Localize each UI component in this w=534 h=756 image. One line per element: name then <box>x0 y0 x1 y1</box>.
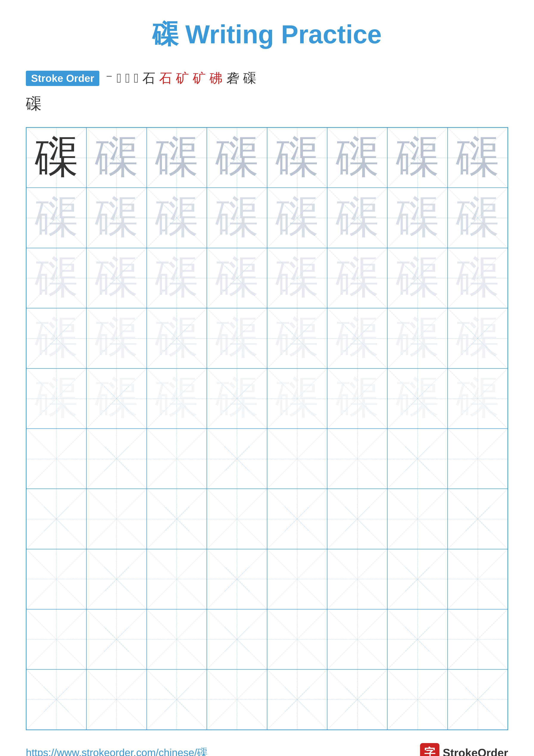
char-display: 磲 <box>35 256 78 300</box>
char-display: 磲 <box>275 196 318 239</box>
grid-cell-4-3: 磲 <box>147 308 207 368</box>
grid-cell-4-8: 磲 <box>447 308 508 368</box>
stroke-seq-5: 石 <box>142 69 155 87</box>
char-display: 磲 <box>95 136 138 179</box>
grid-cell-1-1: 磲 <box>26 127 87 188</box>
char-display: 磲 <box>396 377 439 420</box>
grid-cell-5-3: 磲 <box>147 368 207 429</box>
grid-row-5: 磲 磲 磲 磲 磲 磲 磲 <box>26 368 508 429</box>
char-display: 磲 <box>396 317 439 360</box>
stroke-final-char: 磲 <box>26 94 41 114</box>
grid-cell-3-3: 磲 <box>147 248 207 308</box>
grid-cell-5-6: 磲 <box>327 368 387 429</box>
grid-cell-7-2 <box>87 489 146 549</box>
stroke-seq-8: 矿 <box>193 69 206 87</box>
grid-row-6 <box>26 429 508 489</box>
footer: https://www.strokeorder.com/chinese/磲 字 … <box>26 730 508 756</box>
char-display: 磲 <box>275 256 318 300</box>
char-display: 磲 <box>336 256 379 300</box>
stroke-order-row: Stroke Order ⁻ 𠃊 𠃊 𠂊 石 石 矿 矿 砩 砻 磲 <box>26 69 508 87</box>
grid-cell-3-4: 磲 <box>207 248 267 308</box>
grid-cell-3-1: 磲 <box>26 248 87 308</box>
char-display: 磲 <box>155 317 198 360</box>
grid-row-2: 磲 磲 磲 磲 磲 磲 磲 <box>26 188 508 248</box>
grid-cell-8-3 <box>147 549 207 609</box>
grid-cell-6-5 <box>267 429 327 489</box>
grid-cell-1-2: 磲 <box>87 127 146 188</box>
grid-cell-3-8: 磲 <box>447 248 508 308</box>
grid-cell-6-4 <box>207 429 267 489</box>
stroke-seq-9: 砩 <box>210 69 222 87</box>
char-display: 磲 <box>35 136 78 179</box>
grid-cell-8-6 <box>327 549 387 609</box>
char-display: 磲 <box>336 377 379 420</box>
char-display: 磲 <box>456 377 499 420</box>
char-display: 磲 <box>95 317 138 360</box>
char-display: 磲 <box>155 196 198 239</box>
title-chinese-char: 磲 <box>152 20 178 49</box>
char-display: 磲 <box>396 136 439 179</box>
grid-cell-7-1 <box>26 489 87 549</box>
grid-cell-6-6 <box>327 429 387 489</box>
grid-cell-6-1 <box>26 429 87 489</box>
char-display: 磲 <box>155 256 198 300</box>
char-display: 磲 <box>216 196 259 239</box>
grid-cell-10-5 <box>267 669 327 729</box>
grid-cell-10-4 <box>207 669 267 729</box>
grid-cell-1-5: 磲 <box>267 127 327 188</box>
char-display: 磲 <box>216 256 259 300</box>
char-display: 磲 <box>95 196 138 239</box>
grid-cell-8-8 <box>447 549 508 609</box>
grid-cell-7-6 <box>327 489 387 549</box>
grid-cell-9-5 <box>267 609 327 669</box>
char-display: 磲 <box>456 317 499 360</box>
grid-cell-10-2 <box>87 669 146 729</box>
char-display: 磲 <box>155 377 198 420</box>
grid-cell-7-8 <box>447 489 508 549</box>
grid-cell-1-6: 磲 <box>327 127 387 188</box>
footer-url: https://www.strokeorder.com/chinese/磲 <box>26 746 207 756</box>
stroke-seq-3: 𠃊 <box>125 71 130 86</box>
grid-cell-9-1 <box>26 609 87 669</box>
grid-cell-4-7: 磲 <box>387 308 447 368</box>
grid-cell-1-3: 磲 <box>147 127 207 188</box>
grid-row-10 <box>26 669 508 729</box>
grid-row-3: 磲 磲 磲 磲 磲 磲 磲 <box>26 248 508 308</box>
grid-cell-9-7 <box>387 609 447 669</box>
grid-cell-4-1: 磲 <box>26 308 87 368</box>
stroke-order-badge: Stroke Order <box>26 71 99 86</box>
grid-row-8 <box>26 549 508 609</box>
grid-cell-4-6: 磲 <box>327 308 387 368</box>
brand-char: 字 <box>424 745 435 756</box>
char-display: 磲 <box>456 196 499 239</box>
stroke-sequence: ⁻ 𠃊 𠃊 𠂊 石 石 矿 矿 砩 砻 磲 <box>106 69 256 87</box>
grid-cell-3-7: 磲 <box>387 248 447 308</box>
grid-cell-1-4: 磲 <box>207 127 267 188</box>
char-display: 磲 <box>216 136 259 179</box>
char-display: 磲 <box>35 317 78 360</box>
char-display: 磲 <box>216 377 259 420</box>
grid-cell-2-7: 磲 <box>387 188 447 248</box>
grid-cell-6-7 <box>387 429 447 489</box>
grid-cell-7-7 <box>387 489 447 549</box>
grid-cell-2-3: 磲 <box>147 188 207 248</box>
char-display: 磲 <box>275 317 318 360</box>
grid-cell-1-7: 磲 <box>387 127 447 188</box>
grid-cell-3-2: 磲 <box>87 248 146 308</box>
grid-cell-9-8 <box>447 609 508 669</box>
char-display: 磲 <box>95 377 138 420</box>
char-display: 磲 <box>336 196 379 239</box>
grid-cell-10-3 <box>147 669 207 729</box>
char-display: 磲 <box>35 377 78 420</box>
grid-cell-5-4: 磲 <box>207 368 267 429</box>
stroke-seq-10: 砻 <box>226 69 239 87</box>
grid-cell-9-3 <box>147 609 207 669</box>
stroke-seq-1: ⁻ <box>106 71 113 86</box>
stroke-seq-11: 磲 <box>243 69 256 87</box>
grid-cell-3-5: 磲 <box>267 248 327 308</box>
char-display: 磲 <box>456 256 499 300</box>
grid-cell-5-2: 磲 <box>87 368 146 429</box>
grid-cell-7-4 <box>207 489 267 549</box>
brand-name: StrokeOrder <box>443 746 508 756</box>
grid-cell-3-6: 磲 <box>327 248 387 308</box>
